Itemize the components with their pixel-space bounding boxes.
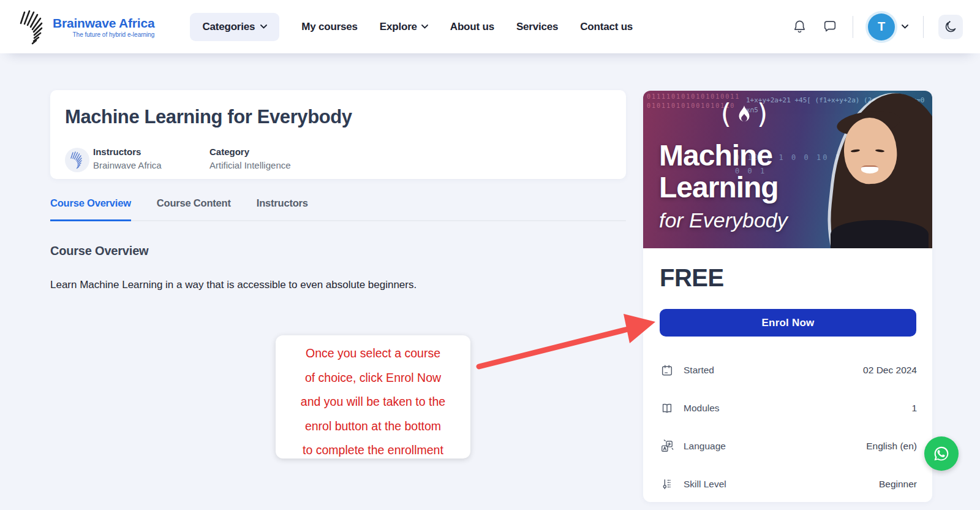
- detail-row-skill-level: Skill Level Beginner: [660, 465, 917, 503]
- top-navbar: Brainwave Africa The future of hybrid e-…: [0, 0, 980, 53]
- instructor-avatar: [65, 148, 89, 172]
- theme-toggle-button[interactable]: [938, 15, 963, 39]
- course-sidebar-card: 0111101010101010011010110101001010110 1+…: [643, 91, 932, 502]
- annotation-line: enrol button at the bottom: [276, 414, 470, 439]
- detail-label: Language: [684, 441, 726, 452]
- course-thumbnail: 0111101010101010011010110101001010110 1+…: [643, 91, 932, 248]
- chevron-down-icon: [421, 25, 428, 29]
- thumbnail-title-line3: for Everybody: [659, 208, 788, 232]
- instructors-value: Brainwave Africa: [93, 160, 162, 170]
- moon-icon: [943, 20, 958, 34]
- detail-value: Beginner: [879, 479, 917, 490]
- tab-course-overview[interactable]: Course Overview: [50, 197, 131, 221]
- skill-level-icon: [660, 478, 674, 491]
- tab-course-content[interactable]: Course Content: [157, 197, 231, 221]
- notifications-button[interactable]: [792, 19, 807, 34]
- detail-label: Modules: [684, 403, 720, 414]
- avatar[interactable]: T: [868, 13, 895, 40]
- overview-text: Learn Machine Learning in a way that is …: [50, 279, 417, 291]
- chevron-down-icon: [260, 25, 267, 29]
- woman-photo: [819, 91, 932, 248]
- detail-value: 1: [911, 403, 917, 414]
- tab-instructors[interactable]: Instructors: [257, 197, 308, 221]
- category-value: Artificial Intelligence: [209, 160, 291, 170]
- whatsapp-button[interactable]: [924, 436, 959, 471]
- header-divider: [853, 16, 853, 38]
- language-icon: [660, 440, 674, 453]
- detail-label: Skill Level: [684, 479, 726, 490]
- instructors-block: Instructors Brainwave Africa: [93, 147, 162, 170]
- detail-row-started: Started 02 Dec 2024: [660, 351, 917, 389]
- brand-logo[interactable]: Brainwave Africa The future of hybrid e-…: [17, 9, 154, 45]
- nav-link-services[interactable]: Services: [516, 21, 558, 33]
- overview-heading: Course Overview: [50, 244, 148, 258]
- nav-link-explore[interactable]: Explore: [380, 21, 428, 33]
- brainwave-scribble-icon: [17, 9, 49, 45]
- flame-logo-icon: ( ): [643, 101, 845, 128]
- main-nav: Categories My courses Explore About us S…: [190, 13, 633, 41]
- bell-icon: [792, 19, 807, 34]
- instructors-label: Instructors: [93, 147, 162, 157]
- brand-name: Brainwave Africa: [53, 16, 154, 31]
- chat-icon: [822, 19, 838, 34]
- course-tabs: Course Overview Course Content Instructo…: [50, 197, 626, 221]
- nav-link-my-courses[interactable]: My courses: [301, 21, 358, 33]
- thumbnail-title-line2: Learning: [659, 170, 778, 204]
- detail-row-modules: Modules 1: [660, 389, 917, 427]
- detail-value: English (en): [866, 441, 917, 452]
- course-details-list: Started 02 Dec 2024 Modules 1 Language E…: [660, 351, 917, 503]
- categories-button[interactable]: Categories: [190, 13, 279, 41]
- whatsapp-icon: [931, 443, 952, 464]
- detail-value: 02 Dec 2024: [863, 365, 917, 376]
- price-label: FREE: [660, 264, 724, 292]
- categories-label: Categories: [202, 21, 255, 33]
- nav-link-contact-us[interactable]: Contact us: [580, 21, 633, 33]
- thumbnail-title-line1: Machine: [659, 139, 772, 172]
- detail-label: Started: [684, 365, 714, 376]
- header-divider: [923, 16, 924, 38]
- category-block: Category Artificial Intelligence: [209, 147, 291, 170]
- annotation-line: of choice, click Enrol Now: [276, 366, 470, 390]
- annotation-box: Once you select a course of choice, clic…: [276, 335, 470, 459]
- annotation-line: and you will be taken to the: [276, 390, 470, 414]
- brand-tagline: The future of hybrid e-learning: [72, 31, 154, 38]
- annotation-line: to complete the enrollment: [276, 438, 470, 463]
- enrol-now-button[interactable]: Enrol Now: [660, 309, 916, 337]
- detail-row-language: Language English (en): [660, 427, 917, 465]
- book-icon: [660, 402, 674, 415]
- user-menu[interactable]: T: [868, 13, 908, 40]
- page-title: Machine Learning for Everybody: [65, 106, 352, 128]
- messages-button[interactable]: [822, 19, 838, 34]
- chevron-down-icon: [902, 25, 908, 29]
- course-header-card: Machine Learning for Everybody Instructo…: [50, 90, 626, 179]
- annotation-arrow: [472, 303, 668, 377]
- category-label: Category: [209, 147, 291, 157]
- annotation-line: Once you select a course: [276, 341, 470, 366]
- nav-link-about-us[interactable]: About us: [450, 21, 494, 33]
